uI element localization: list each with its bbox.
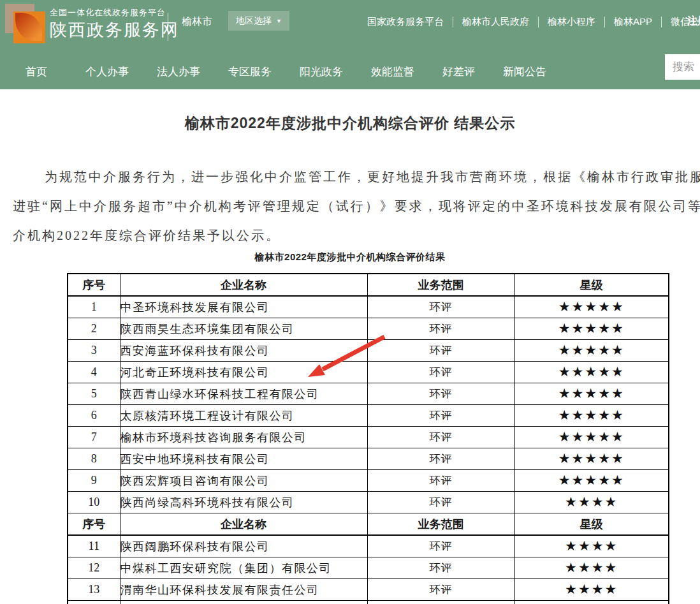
cell-company-name: 西安中地环境科技有限公司 <box>120 448 367 470</box>
logo-leaf-icon <box>15 13 42 41</box>
cell-business-scope: 环评 <box>367 340 514 362</box>
cell-company-name: 中煤科工西安研究院（集团）有限公司 <box>120 557 367 579</box>
table-header-row: 序号企业名称业务范围星级 <box>68 274 669 296</box>
paragraph-line: 进驻“网上中介服务超市”中介机构考评管理规定（试行）》要求，现将评定的中圣环境科… <box>13 191 687 221</box>
cell-star-rating: ★★★★★ <box>514 470 669 492</box>
cell-empty <box>68 601 120 604</box>
paragraph-line: 为规范中介服务行为，进一步强化中介监管工作，更好地提升我市营商环境，根据《榆林市… <box>13 162 687 191</box>
cell-company-name: 榆林市环境科技咨询服务有限公司 <box>120 427 367 448</box>
table-row: 11陕西阔鹏环保科技有限公司环评★★★★ <box>68 535 669 557</box>
cell-serial-number: 3 <box>68 340 120 362</box>
cell-company-name: 陕西雨昊生态环境集团有限公司 <box>120 318 367 340</box>
cell-business-scope: 环评 <box>367 362 514 383</box>
cell-star-rating: ★★★★★ <box>514 340 669 362</box>
nav-item[interactable]: 法人办事 <box>157 64 200 79</box>
main-nav: 首页个人办事法人办事专区服务阳光政务效能监督好差评新闻公告 搜索 <box>0 54 700 89</box>
column-header: 序号 <box>68 274 120 296</box>
cell-company-name: 陕西尚绿高科环境科技有限公司 <box>120 492 367 513</box>
cell-star-rating: ★★★★★ <box>514 427 669 448</box>
header-link[interactable]: 榆林市人民政府 <box>462 16 529 28</box>
paragraph-line: 介机构2022年度综合评价结果予以公示。 <box>13 221 687 250</box>
cell-company-name: 西安海蓝环保科技有限公司 <box>120 340 367 362</box>
link-separator <box>538 17 539 27</box>
cell-empty <box>120 601 367 604</box>
header-divider <box>168 13 168 41</box>
cell-serial-number: 13 <box>68 579 120 601</box>
cell-star-rating: ★★★★★ <box>514 362 669 383</box>
table-caption: 榆林市2022年度涉批中介机构综合评价结果 <box>0 251 700 263</box>
cell-business-scope: 环评 <box>367 535 514 557</box>
table-row: 8西安中地环境科技有限公司环评★★★★★ <box>68 448 669 470</box>
table-row: 12中煤科工西安研究院（集团）有限公司环评★★★★ <box>68 557 669 579</box>
cell-serial-number: 5 <box>68 383 120 405</box>
table-row: 13渭南华山环保科技发展有限责任公司环评★★★★ <box>68 579 669 601</box>
table-row-partial <box>68 601 669 604</box>
cell-company-name: 河北奇正环境科技有限公司 <box>120 362 367 383</box>
nav-items: 首页个人办事法人办事专区服务阳光政务效能监督好差评新闻公告 <box>0 54 700 89</box>
table-row: 7榆林市环境科技咨询服务有限公司环评★★★★★ <box>68 427 669 448</box>
site-name: 陕西政务服务网 <box>50 18 179 41</box>
logo-front-square <box>13 11 45 43</box>
chevron-down-icon: ▼ <box>276 18 282 24</box>
cell-company-name: 太原核清环境工程设计有限公司 <box>120 405 367 427</box>
cell-business-scope: 环评 <box>367 557 514 579</box>
cell-company-name: 陕西宏辉项目咨询有限公司 <box>120 470 367 492</box>
cell-empty <box>514 601 669 604</box>
column-header: 业务范围 <box>367 513 514 536</box>
cell-star-rating: ★★★★★ <box>514 383 669 405</box>
nav-item[interactable]: 阳光政务 <box>300 64 343 79</box>
nav-item[interactable]: 好差评 <box>442 64 475 79</box>
cell-company-name: 中圣环境科技发展有限公司 <box>120 296 367 318</box>
link-separator <box>661 17 662 27</box>
header-link[interactable]: 国家政务服务平台 <box>367 16 444 28</box>
column-header: 业务范围 <box>367 274 514 296</box>
cell-star-rating: ★★★★ <box>514 535 669 557</box>
cell-star-rating: ★★★★★ <box>514 296 669 318</box>
top-header: 全国一体化在线政务服务平台 陕西政务服务网 榆林市 地区选择▼ 国家政务服务平台… <box>0 0 700 54</box>
announcement-paragraph: 为规范中介服务行为，进一步强化中介监管工作，更好地提升我市营商环境，根据《榆林市… <box>13 162 687 250</box>
cell-star-rating: ★★★★★ <box>514 318 669 340</box>
cell-business-scope: 环评 <box>367 448 514 470</box>
column-header: 序号 <box>68 513 120 536</box>
column-header: 星级 <box>514 513 669 536</box>
register-link[interactable]: 注册 <box>687 15 700 28</box>
cell-star-rating: ★★★★ <box>514 492 669 513</box>
evaluation-table: 序号企业名称业务范围星级1中圣环境科技发展有限公司环评★★★★★2陕西雨昊生态环… <box>67 273 669 604</box>
table-row: 10陕西尚绿高科环境科技有限公司环评★★★★ <box>68 492 669 513</box>
cell-serial-number: 4 <box>68 362 120 383</box>
column-header: 星级 <box>514 274 669 296</box>
evaluation-table-body: 序号企业名称业务范围星级1中圣环境科技发展有限公司环评★★★★★2陕西雨昊生态环… <box>68 274 669 604</box>
cell-business-scope: 环评 <box>367 579 514 601</box>
region-select-button[interactable]: 地区选择▼ <box>228 11 289 31</box>
platform-tagline: 全国一体化在线政务服务平台 <box>50 7 166 18</box>
cell-serial-number: 12 <box>68 557 120 579</box>
nav-item[interactable]: 效能监督 <box>371 64 414 79</box>
site-logo[interactable] <box>5 4 46 43</box>
link-separator <box>453 17 453 27</box>
page-title: 榆林市2022年度涉批中介机构综合评价 结果公示 <box>0 89 700 133</box>
nav-item[interactable]: 专区服务 <box>228 64 272 79</box>
cell-business-scope: 环评 <box>367 383 514 405</box>
nav-item[interactable]: 个人办事 <box>85 64 129 79</box>
cell-serial-number: 11 <box>68 535 120 557</box>
header-link[interactable]: 榆林小程序 <box>548 16 595 28</box>
table-row: 4河北奇正环境科技有限公司环评★★★★★ <box>68 362 669 383</box>
cell-business-scope: 环评 <box>367 296 514 318</box>
column-header: 企业名称 <box>120 513 367 536</box>
cell-business-scope: 环评 <box>367 470 514 492</box>
cell-serial-number: 6 <box>68 405 120 427</box>
cell-company-name: 陕西阔鹏环保科技有限公司 <box>120 535 367 557</box>
table-row: 1中圣环境科技发展有限公司环评★★★★★ <box>68 296 669 318</box>
header-link[interactable]: 榆林APP <box>614 16 652 28</box>
cell-serial-number: 8 <box>68 448 120 470</box>
table-row: 9陕西宏辉项目咨询有限公司环评★★★★★ <box>68 470 669 492</box>
nav-item[interactable]: 新闻公告 <box>503 64 546 79</box>
cell-business-scope: 环评 <box>367 318 514 340</box>
cell-star-rating: ★★★★★ <box>514 448 669 470</box>
cell-business-scope: 环评 <box>367 405 514 427</box>
table-row: 3西安海蓝环保科技有限公司环评★★★★★ <box>68 340 669 362</box>
cell-serial-number: 7 <box>68 427 120 448</box>
cell-star-rating: ★★★★ <box>514 579 669 601</box>
nav-item[interactable]: 首页 <box>26 64 47 79</box>
search-input[interactable]: 搜索 <box>665 54 700 80</box>
